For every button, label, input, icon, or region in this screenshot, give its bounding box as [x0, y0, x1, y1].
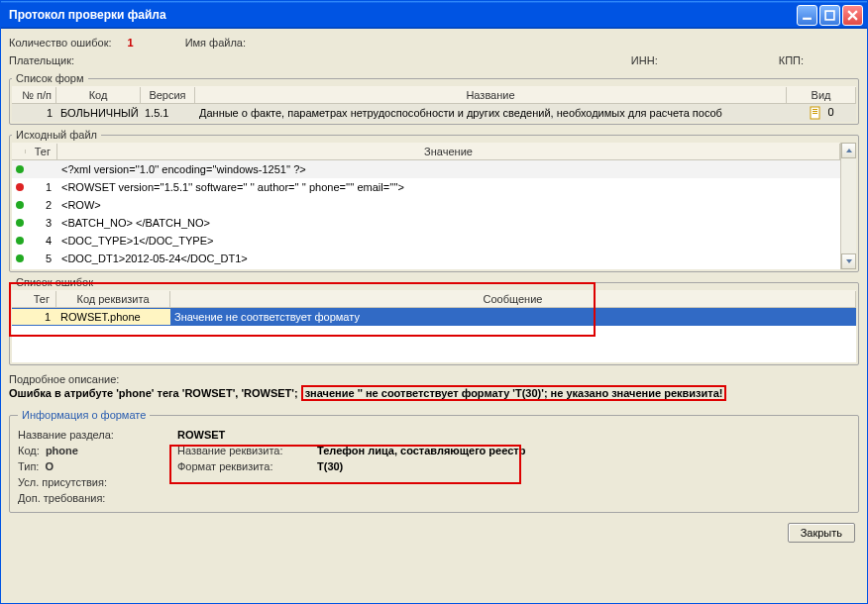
col-code[interactable]: Код	[56, 87, 141, 103]
cell-err-msg: Значение не соответствует формату	[170, 309, 856, 325]
col-status[interactable]	[12, 150, 26, 153]
source-header: Тег Значение	[12, 143, 840, 160]
close-button[interactable]: Закрыть	[788, 523, 855, 543]
fmt-label: Формат реквизита:	[177, 460, 311, 472]
cell-xml: <DOC_DT1>2012-05-24</DOC_DT1>	[57, 251, 840, 266]
source-scrollbar[interactable]	[840, 143, 856, 269]
inn-label: ИНН:	[631, 54, 658, 66]
content-area: Количество ошибок: 1 Имя файла: Плательщ…	[1, 29, 867, 603]
cell-code: БОЛЬНИЧНЫЙ	[56, 105, 141, 121]
detail-prefix: Ошибка в атрибуте 'phone' тега 'ROWSET',…	[9, 387, 298, 399]
col-err-code[interactable]: Код реквизита	[56, 291, 170, 307]
code-value: phone	[46, 445, 78, 456]
cell-view: 0	[787, 104, 856, 122]
err-count-value: 1	[128, 37, 134, 49]
table-row[interactable]: 1 ROWSET.phone Значение не соответствует…	[12, 308, 856, 326]
format-info-fieldset: Информация о формате Название раздела: R…	[9, 409, 859, 513]
cell-err-tag: 1	[12, 309, 56, 325]
status-dot	[12, 233, 26, 249]
scroll-up-button[interactable]	[841, 143, 856, 158]
errors-body[interactable]: 1 ROWSET.phone Значение не соответствует…	[12, 308, 856, 362]
type-value: O	[46, 460, 54, 472]
errors-fieldset: Список ошибок Тег Код реквизита Сообщени…	[9, 276, 859, 365]
cell-ver: 1.5.1	[141, 105, 195, 121]
col-view[interactable]: Вид	[787, 87, 856, 103]
kpp-label: КПП:	[779, 54, 804, 66]
cell-np: 1	[12, 105, 56, 121]
source-body[interactable]: <?xml version=''1.0'' encoding=''windows…	[12, 160, 840, 269]
forms-fieldset: Список форм № п/п Код Версия Название Ви…	[9, 72, 859, 125]
cell-rownum	[26, 167, 57, 171]
err-count-label: Количество ошибок:	[9, 37, 112, 49]
col-name[interactable]: Название	[195, 87, 787, 103]
cell-rownum: 1	[26, 179, 57, 195]
cell-xml: <?xml version=''1.0'' encoding=''windows…	[57, 161, 840, 177]
name-label: Название реквизита:	[177, 445, 311, 456]
errors-legend: Список ошибок	[12, 276, 97, 288]
button-row: Закрыть	[9, 523, 859, 547]
source-legend: Исходный файл	[12, 129, 101, 141]
page-icon	[809, 106, 822, 120]
header-row-2: Плательщик: ИНН: КПП:	[9, 54, 859, 66]
status-dot	[12, 179, 26, 195]
pres-label: Усл. присутствия:	[18, 476, 171, 488]
status-dot	[12, 215, 26, 231]
table-row[interactable]: 1 <ROWSET version=''1.5.1'' software='' …	[12, 178, 840, 196]
svg-rect-1	[825, 11, 834, 20]
svg-rect-3	[813, 109, 817, 110]
detail-emph: значение '' не соответствует формату 'T(…	[301, 385, 727, 401]
detail-area: Подробное описание: Ошибка в атрибуте 'p…	[9, 373, 859, 399]
col-tag[interactable]: Тег	[26, 144, 57, 159]
cell-rownum: 5	[26, 251, 57, 266]
cell-rownum: 3	[26, 215, 57, 231]
scroll-track[interactable]	[841, 158, 856, 253]
forms-header: № п/п Код Версия Название Вид	[12, 86, 856, 104]
svg-rect-5	[813, 113, 817, 114]
cell-xml: <ROW>	[57, 197, 840, 213]
forms-legend: Список форм	[12, 72, 88, 84]
cell-err-code: ROWSET.phone	[56, 309, 170, 325]
cell-xml: <ROWSET version=''1.5.1'' software='' ''…	[57, 179, 840, 195]
cell-rownum: 4	[26, 233, 57, 249]
col-err-msg[interactable]: Сообщение	[170, 291, 856, 307]
table-row[interactable]: <?xml version=''1.0'' encoding=''windows…	[12, 160, 840, 178]
close-window-button[interactable]	[842, 5, 863, 26]
col-err-tag[interactable]: Тег	[12, 291, 56, 307]
table-row[interactable]: 1 БОЛЬНИЧНЫЙ 1.5.1 Данные о факте, парам…	[12, 104, 856, 122]
svg-rect-0	[803, 17, 812, 19]
errors-header: Тег Код реквизита Сообщение	[12, 290, 856, 308]
scroll-down-button[interactable]	[841, 253, 856, 269]
req-label: Доп. требования:	[18, 492, 171, 504]
format-info-legend: Информация о формате	[18, 409, 150, 421]
forms-body: 1 БОЛЬНИЧНЫЙ 1.5.1 Данные о факте, парам…	[12, 104, 856, 122]
window-titlebar: Протокол проверки файла	[1, 1, 867, 29]
status-dot	[12, 197, 26, 213]
status-dot	[12, 161, 26, 177]
section-value: ROWSET	[177, 429, 850, 441]
col-val[interactable]: Значение	[57, 144, 840, 159]
detail-label: Подробное описание:	[9, 373, 859, 385]
titlebar-buttons	[797, 5, 863, 26]
table-row[interactable]: 3 <BATCH_NO> </BATCH_NO>	[12, 214, 840, 232]
cell-xml: <DOC_TYPE>1</DOC_TYPE>	[57, 233, 840, 249]
table-row[interactable]: 4 <DOC_TYPE>1</DOC_TYPE>	[12, 232, 840, 250]
table-row[interactable]: 5 <DOC_DT1>2012-05-24</DOC_DT1>	[12, 250, 840, 267]
cell-rownum: 2	[26, 197, 57, 213]
status-dot	[12, 251, 26, 266]
payer-label: Плательщик:	[9, 54, 74, 66]
info-grid: Название раздела: ROWSET Код: phone Назв…	[18, 429, 850, 504]
cell-xml: <BATCH_NO> </BATCH_NO>	[57, 215, 840, 231]
section-label: Название раздела:	[18, 429, 171, 441]
cell-name: Данные о факте, параметрах нетрудоспособ…	[195, 105, 787, 121]
source-fieldset: Исходный файл Тег Значение <?xml version…	[9, 129, 859, 272]
fmt-value: T(30)	[317, 460, 343, 472]
window-title: Протокол проверки файла	[9, 8, 797, 22]
minimize-button[interactable]	[797, 5, 817, 26]
col-ver[interactable]: Версия	[141, 87, 195, 103]
col-np[interactable]: № п/п	[12, 87, 56, 103]
maximize-button[interactable]	[819, 5, 840, 26]
table-row[interactable]: 2 <ROW>	[12, 196, 840, 214]
detail-text: Ошибка в атрибуте 'phone' тега 'ROWSET',…	[9, 387, 859, 399]
file-name-label: Имя файла:	[185, 37, 246, 49]
cell-view-text: 0	[827, 106, 833, 118]
